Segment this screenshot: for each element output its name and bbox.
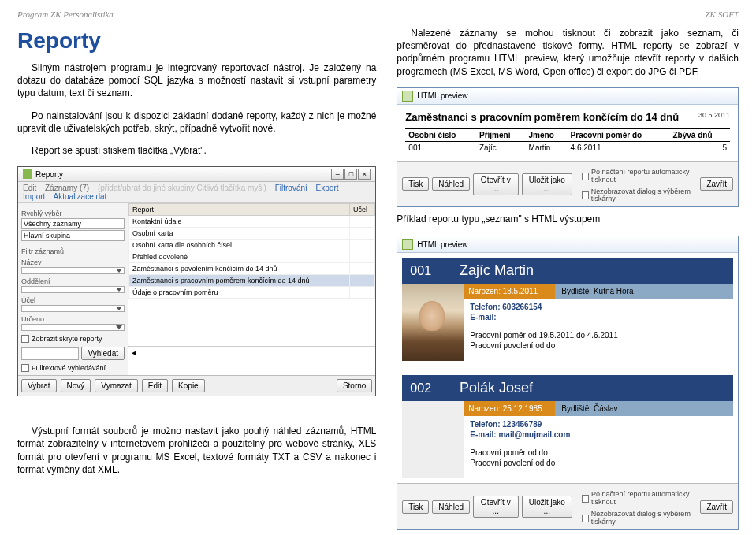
nahled-button[interactable]: Náhled bbox=[432, 500, 470, 514]
card2-name: Polák Josef bbox=[460, 380, 533, 396]
edit-button[interactable]: Edit bbox=[142, 379, 168, 392]
nahled-button[interactable]: Náhled bbox=[432, 177, 470, 191]
card1-born: Narozen: 18.5.2011 bbox=[464, 284, 555, 299]
sel-urceno[interactable] bbox=[21, 324, 125, 331]
close-button[interactable]: × bbox=[358, 169, 371, 180]
preview1-titlebar: HTML preview bbox=[397, 88, 738, 105]
chk-no-dialog[interactable]: Nezobrazovat dialog s výběrem tiskárny bbox=[582, 188, 697, 204]
card1-addr: Bydliště: Kutná Hora bbox=[555, 284, 733, 299]
maximize-button[interactable]: □ bbox=[344, 169, 357, 180]
preview2-title: HTML preview bbox=[417, 240, 467, 249]
vybrat-button[interactable]: Vybrat bbox=[21, 379, 57, 392]
window-title: Reporty bbox=[35, 170, 63, 179]
para4: Nalezené záznamy se mohou tisknout či zo… bbox=[397, 27, 739, 78]
table-row[interactable]: Zaměstnanci s povolením končícím do 14 d… bbox=[129, 263, 375, 275]
card1-name: Zajíc Martin bbox=[460, 262, 534, 279]
preview1-row: 001 Zajíc Martin 4.6.2011 5 bbox=[405, 141, 730, 154]
scroll-left-icon[interactable]: ◄ bbox=[130, 348, 138, 357]
footer-buttons: Vybrat Nový Vymazat Edit Kopie Storno bbox=[18, 375, 375, 396]
lbl-filtr: Filtr záznamů bbox=[21, 247, 125, 255]
card2-num: 002 bbox=[410, 381, 431, 396]
tisk-button[interactable]: Tisk bbox=[402, 177, 429, 191]
table-row[interactable]: Osobní karta dle osobních čísel bbox=[129, 240, 375, 251]
preview1-title: HTML preview bbox=[417, 91, 467, 100]
ulozit-button[interactable]: Uložit jako ... bbox=[522, 173, 573, 195]
report-list: Report Účel Kontaktní údaje Osobní karta… bbox=[128, 203, 375, 375]
minimize-button[interactable]: – bbox=[331, 169, 344, 180]
card1-num: 001 bbox=[410, 264, 431, 278]
header-bar: Program ZK Personalistika ZK SOFT bbox=[17, 9, 739, 19]
table-row[interactable]: Přehled dovolené bbox=[129, 251, 375, 263]
globe-icon bbox=[402, 91, 413, 102]
chk-auto-tisk[interactable]: Po načtení reportu automaticky tisknout bbox=[582, 169, 697, 184]
zavrit-button2[interactable]: Zavřít bbox=[700, 500, 733, 514]
col-ucel[interactable]: Účel bbox=[349, 204, 374, 216]
preview2-titlebar: HTML preview bbox=[397, 236, 738, 253]
sel-oddeleni[interactable] bbox=[21, 286, 125, 293]
report-window: Reporty – □ × Edit Záznamy (7) (přidat/u… bbox=[17, 166, 376, 396]
table-row-selected[interactable]: Zaměstnanci s pracovním poměrem končícím… bbox=[129, 275, 375, 287]
chk-skryte[interactable]: Zobrazit skryté reporty bbox=[21, 335, 125, 343]
person-card-2: 002 Polák Josef Narozen: 25.12.1985 Bydl… bbox=[402, 375, 733, 478]
globe-icon bbox=[402, 239, 413, 250]
preview1-date: 30.5.2011 bbox=[698, 111, 730, 126]
lbl-ucel: Účel bbox=[21, 296, 125, 304]
caption1: Příklad reportu typu „seznam" s HTML výs… bbox=[397, 214, 739, 225]
opt-hlavni[interactable]: Hlavní skupina bbox=[21, 230, 125, 241]
preview1-window: HTML preview Zaměstnanci s pracovním pom… bbox=[397, 87, 739, 208]
side-panel: Rychlý výběr Všechny záznamy Hlavní skup… bbox=[18, 203, 128, 375]
person-card-1: 001 Zajíc Martin Narozen: 18.5.2011 Bydl… bbox=[402, 258, 733, 361]
menu-hint: (přidat/ubrat do jiné skupiny Citlivá tl… bbox=[98, 184, 266, 192]
novy-button[interactable]: Nový bbox=[61, 379, 91, 392]
lbl-oddeleni: Oddělení bbox=[21, 277, 125, 285]
card2-photo bbox=[402, 401, 464, 478]
app-icon bbox=[23, 169, 32, 179]
table-row[interactable]: Kontaktní údaje bbox=[129, 216, 375, 228]
otevrit-button[interactable]: Otevřít v ... bbox=[473, 496, 518, 518]
opt-vsechny[interactable]: Všechny záznamy bbox=[21, 218, 125, 229]
preview2-window: HTML preview 001 Zajíc Martin bbox=[397, 236, 739, 530]
preview1-table: Osobní číslo Příjmení Jméno Pracovní pom… bbox=[405, 128, 730, 154]
vymazat-button[interactable]: Vymazat bbox=[95, 379, 138, 392]
storno-button[interactable]: Storno bbox=[337, 379, 372, 392]
table-row[interactable]: Osobní karta bbox=[129, 228, 375, 240]
sel-ucel[interactable] bbox=[21, 305, 125, 312]
vyhledat-button[interactable]: Vyhledat bbox=[81, 347, 125, 360]
para5: Výstupní formát souborů je možno nastavi… bbox=[17, 425, 376, 476]
col-report[interactable]: Report bbox=[129, 204, 350, 216]
chk-auto-tisk2[interactable]: Po načtení reportu automaticky tisknout bbox=[582, 491, 697, 507]
window-titlebar: Reporty – □ × bbox=[18, 167, 375, 182]
chk-fulltext[interactable]: Fulltextové vyhledávání bbox=[21, 364, 125, 372]
otevrit-button[interactable]: Otevřít v ... bbox=[473, 173, 518, 195]
page-title: Reporty bbox=[17, 28, 376, 54]
card1-photo bbox=[402, 284, 464, 361]
ulozit-button[interactable]: Uložit jako ... bbox=[522, 496, 573, 518]
preview1-heading: Zaměstnanci s pracovním poměrem končícím… bbox=[405, 111, 679, 123]
menu-export[interactable]: Export bbox=[316, 184, 339, 192]
para3: Report se spustí stiskem tlačítka „Vybra… bbox=[17, 144, 376, 157]
para2: Po nainstalování jsou k dispozici základ… bbox=[17, 110, 376, 135]
para1: Silným nástrojem programu je integrovaný… bbox=[17, 61, 376, 100]
menu-bar: Edit Záznamy (7) (přidat/ubrat do jiné s… bbox=[18, 182, 375, 203]
card2-addr: Bydliště: Čáslav bbox=[555, 401, 733, 416]
menu-aktualizace[interactable]: Aktualizace dat bbox=[54, 192, 107, 201]
sel-nazev[interactable] bbox=[21, 267, 125, 274]
table-row[interactable]: Údaje o pracovním poměru bbox=[129, 287, 375, 299]
zavrit-button[interactable]: Zavřít bbox=[700, 177, 733, 191]
lbl-rychly: Rychlý výběr bbox=[21, 210, 125, 217]
lbl-urceno: Určeno bbox=[21, 315, 125, 323]
menu-zaznamy[interactable]: Záznamy (7) bbox=[45, 184, 89, 192]
tisk-button[interactable]: Tisk bbox=[402, 500, 429, 514]
menu-edit[interactable]: Edit bbox=[23, 184, 36, 192]
search-input[interactable] bbox=[21, 347, 79, 360]
menu-filtr[interactable]: Filtrování bbox=[275, 184, 307, 192]
kopie-button[interactable]: Kopie bbox=[172, 379, 205, 392]
lbl-nazev: Název bbox=[21, 258, 125, 266]
chk-no-dialog2[interactable]: Nezobrazovat dialog s výběrem tiskárny bbox=[582, 511, 697, 526]
header-left: Program ZK Personalistika bbox=[17, 9, 114, 19]
card2-born: Narozen: 25.12.1985 bbox=[464, 401, 555, 416]
header-right: ZK SOFT bbox=[706, 9, 739, 19]
menu-import[interactable]: Import bbox=[23, 192, 45, 201]
